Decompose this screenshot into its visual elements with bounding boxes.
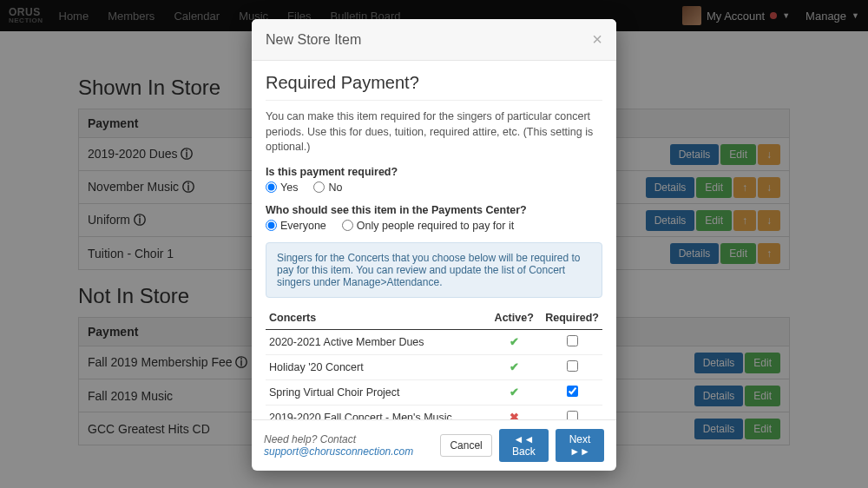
concert-name: 2019-2020 Fall Concert - Men's Music bbox=[266, 405, 486, 419]
active-check-icon: ✔ bbox=[486, 354, 542, 379]
visibility-required-radio[interactable] bbox=[342, 220, 353, 231]
required-no-option[interactable]: No bbox=[313, 181, 342, 194]
active-check-icon: ✔ bbox=[486, 329, 542, 354]
next-button[interactable]: Next ►► bbox=[556, 429, 604, 462]
concert-row: Holiday '20 Concert✔ bbox=[266, 354, 602, 379]
modal-body: Required Payment? You can make this item… bbox=[252, 61, 616, 419]
new-store-item-modal: New Store Item × Required Payment? You c… bbox=[252, 19, 616, 471]
active-x-icon: ✖ bbox=[486, 405, 542, 419]
concerts-table: Concerts Active? Required? 2020-2021 Act… bbox=[266, 307, 602, 420]
active-check-icon: ✔ bbox=[486, 379, 542, 405]
required-checkbox[interactable] bbox=[567, 360, 578, 372]
required-yes-option[interactable]: Yes bbox=[266, 181, 298, 194]
col-active: Active? bbox=[486, 307, 542, 330]
back-button[interactable]: ◄◄ Back bbox=[499, 429, 549, 462]
required-cell bbox=[542, 354, 602, 379]
concert-name: 2020-2021 Active Member Dues bbox=[266, 329, 486, 354]
required-cell bbox=[542, 329, 602, 354]
close-icon[interactable]: × bbox=[592, 30, 602, 49]
visibility-everyone-option[interactable]: Everyone bbox=[266, 220, 326, 232]
help-text: Need help? Contact support@chorusconnect… bbox=[264, 433, 433, 458]
col-concerts: Concerts bbox=[266, 307, 486, 330]
required-cell bbox=[542, 405, 602, 419]
required-radio-group: Yes No bbox=[266, 181, 602, 194]
concert-row: 2020-2021 Active Member Dues✔ bbox=[266, 329, 602, 354]
required-checkbox[interactable] bbox=[567, 411, 578, 420]
concert-row: Spring Virtual Choir Project✔ bbox=[266, 379, 602, 405]
required-no-radio[interactable] bbox=[313, 181, 325, 193]
modal-description: You can make this item required for the … bbox=[266, 109, 602, 155]
col-required: Required? bbox=[542, 307, 602, 330]
info-callout: Singers for the Concerts that you choose… bbox=[266, 242, 602, 298]
modal-overlay: New Store Item × Required Payment? You c… bbox=[0, 0, 868, 488]
modal-header: New Store Item × bbox=[252, 19, 616, 61]
support-email-link[interactable]: support@chorusconnection.com bbox=[264, 445, 413, 458]
modal-heading: Required Payment? bbox=[266, 73, 602, 93]
required-yes-radio[interactable] bbox=[266, 181, 277, 193]
concert-name: Spring Virtual Choir Project bbox=[266, 379, 486, 405]
required-checkbox[interactable] bbox=[567, 386, 578, 397]
cancel-button[interactable]: Cancel bbox=[440, 434, 491, 457]
concert-row: 2019-2020 Fall Concert - Men's Music✖ bbox=[266, 405, 602, 419]
required-checkbox[interactable] bbox=[567, 335, 578, 346]
concert-name: Holiday '20 Concert bbox=[266, 354, 486, 379]
visibility-required-option[interactable]: Only people required to pay for it bbox=[342, 220, 514, 232]
required-cell bbox=[542, 379, 602, 405]
divider bbox=[266, 100, 602, 101]
modal-title: New Store Item bbox=[266, 32, 361, 48]
visibility-question-label: Who should see this item in the Payments… bbox=[266, 204, 602, 216]
modal-footer: Need help? Contact support@chorusconnect… bbox=[252, 419, 616, 471]
visibility-everyone-radio[interactable] bbox=[266, 220, 277, 231]
required-question-label: Is this payment required? bbox=[266, 166, 602, 178]
visibility-radio-group: Everyone Only people required to pay for… bbox=[266, 220, 602, 232]
